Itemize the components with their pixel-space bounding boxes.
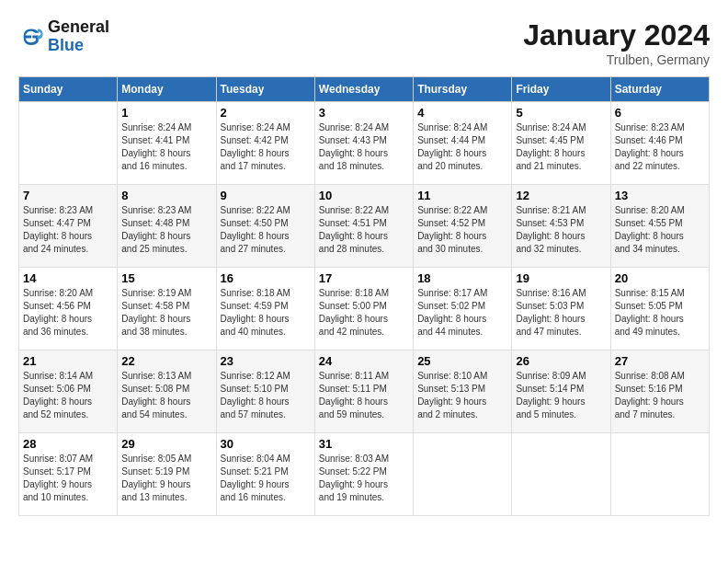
calendar-cell: 27Sunrise: 8:08 AMSunset: 5:16 PMDayligh… xyxy=(610,350,709,433)
calendar-cell: 20Sunrise: 8:15 AMSunset: 5:05 PMDayligh… xyxy=(610,268,709,350)
day-info: Sunrise: 8:13 AMSunset: 5:08 PMDaylight:… xyxy=(121,370,211,421)
day-number: 9 xyxy=(221,189,311,202)
day-number: 4 xyxy=(417,106,507,120)
calendar-cell: 19Sunrise: 8:16 AMSunset: 5:03 PMDayligh… xyxy=(512,268,610,350)
calendar-cell: 2Sunrise: 8:24 AMSunset: 4:42 PMDaylight… xyxy=(216,102,314,185)
day-info: Sunrise: 8:05 AMSunset: 5:19 PMDaylight:… xyxy=(121,453,211,504)
header-friday: Friday xyxy=(512,77,610,102)
calendar-cell: 25Sunrise: 8:10 AMSunset: 5:13 PMDayligh… xyxy=(414,350,512,433)
day-number: 25 xyxy=(417,354,507,368)
day-number: 1 xyxy=(121,106,211,120)
day-number: 10 xyxy=(319,189,409,202)
calendar-cell: 18Sunrise: 8:17 AMSunset: 5:02 PMDayligh… xyxy=(414,268,512,350)
day-info: Sunrise: 8:18 AMSunset: 5:00 PMDaylight:… xyxy=(319,287,409,339)
day-info: Sunrise: 8:22 AMSunset: 4:52 PMDaylight:… xyxy=(417,204,507,256)
calendar-week-row: 1Sunrise: 8:24 AMSunset: 4:41 PMDaylight… xyxy=(19,102,710,185)
title-block: January 2024 Trulben, Germany xyxy=(523,18,710,67)
calendar-cell: 5Sunrise: 8:24 AMSunset: 4:45 PMDaylight… xyxy=(512,102,610,185)
calendar-cell xyxy=(610,433,709,516)
day-number: 30 xyxy=(221,437,311,451)
calendar-cell: 1Sunrise: 8:24 AMSunset: 4:41 PMDaylight… xyxy=(118,102,216,185)
calendar-cell: 3Sunrise: 8:24 AMSunset: 4:43 PMDaylight… xyxy=(314,102,413,185)
calendar-cell: 26Sunrise: 8:09 AMSunset: 5:14 PMDayligh… xyxy=(512,350,610,433)
calendar-cell xyxy=(414,433,512,516)
day-number: 5 xyxy=(516,106,606,120)
day-number: 29 xyxy=(121,437,211,451)
calendar-cell: 21Sunrise: 8:14 AMSunset: 5:06 PMDayligh… xyxy=(19,350,118,433)
logo: General Blue xyxy=(18,18,109,55)
calendar-title: January 2024 xyxy=(523,18,710,52)
day-number: 15 xyxy=(121,271,211,285)
day-number: 2 xyxy=(221,106,311,120)
day-number: 13 xyxy=(615,189,705,202)
day-info: Sunrise: 8:24 AMSunset: 4:45 PMDaylight:… xyxy=(516,121,606,173)
day-number: 23 xyxy=(221,354,311,368)
calendar-cell: 8Sunrise: 8:23 AMSunset: 4:48 PMDaylight… xyxy=(118,185,216,268)
day-info: Sunrise: 8:20 AMSunset: 4:55 PMDaylight:… xyxy=(615,204,705,256)
page-header: General Blue January 2024 Trulben, Germa… xyxy=(18,18,710,67)
day-info: Sunrise: 8:23 AMSunset: 4:48 PMDaylight:… xyxy=(121,204,211,256)
day-info: Sunrise: 8:12 AMSunset: 5:10 PMDaylight:… xyxy=(221,370,311,421)
header-saturday: Saturday xyxy=(610,77,709,102)
calendar-cell: 10Sunrise: 8:22 AMSunset: 4:51 PMDayligh… xyxy=(314,185,413,268)
calendar-week-row: 7Sunrise: 8:23 AMSunset: 4:47 PMDaylight… xyxy=(19,185,710,268)
calendar-cell: 7Sunrise: 8:23 AMSunset: 4:47 PMDaylight… xyxy=(19,185,118,268)
header-tuesday: Tuesday xyxy=(216,77,314,102)
day-info: Sunrise: 8:10 AMSunset: 5:13 PMDaylight:… xyxy=(417,370,507,421)
day-info: Sunrise: 8:23 AMSunset: 4:47 PMDaylight:… xyxy=(23,204,113,256)
calendar-week-row: 21Sunrise: 8:14 AMSunset: 5:06 PMDayligh… xyxy=(19,350,710,433)
day-info: Sunrise: 8:08 AMSunset: 5:16 PMDaylight:… xyxy=(615,370,705,421)
day-info: Sunrise: 8:19 AMSunset: 4:58 PMDaylight:… xyxy=(121,287,211,339)
header-wednesday: Wednesday xyxy=(314,77,413,102)
day-number: 3 xyxy=(319,106,409,120)
calendar-table: SundayMondayTuesdayWednesdayThursdayFrid… xyxy=(18,76,710,516)
day-info: Sunrise: 8:04 AMSunset: 5:21 PMDaylight:… xyxy=(221,453,311,504)
day-info: Sunrise: 8:22 AMSunset: 4:50 PMDaylight:… xyxy=(221,204,311,256)
calendar-cell: 9Sunrise: 8:22 AMSunset: 4:50 PMDaylight… xyxy=(216,185,314,268)
calendar-cell xyxy=(512,433,610,516)
day-number: 7 xyxy=(23,189,113,202)
day-number: 12 xyxy=(516,189,606,202)
calendar-subtitle: Trulben, Germany xyxy=(523,52,710,67)
logo-line1: General xyxy=(48,18,109,37)
calendar-cell: 28Sunrise: 8:07 AMSunset: 5:17 PMDayligh… xyxy=(19,433,118,516)
day-info: Sunrise: 8:22 AMSunset: 4:51 PMDaylight:… xyxy=(319,204,409,256)
day-info: Sunrise: 8:23 AMSunset: 4:46 PMDaylight:… xyxy=(615,121,705,173)
day-number: 31 xyxy=(319,437,409,451)
header-sunday: Sunday xyxy=(19,77,118,102)
calendar-cell: 15Sunrise: 8:19 AMSunset: 4:58 PMDayligh… xyxy=(118,268,216,350)
day-number: 28 xyxy=(23,437,113,451)
day-info: Sunrise: 8:24 AMSunset: 4:42 PMDaylight:… xyxy=(221,121,311,173)
day-info: Sunrise: 8:17 AMSunset: 5:02 PMDaylight:… xyxy=(417,287,507,339)
calendar-cell: 30Sunrise: 8:04 AMSunset: 5:21 PMDayligh… xyxy=(216,433,314,516)
day-number: 19 xyxy=(516,271,606,285)
calendar-cell: 4Sunrise: 8:24 AMSunset: 4:44 PMDaylight… xyxy=(414,102,512,185)
calendar-cell: 13Sunrise: 8:20 AMSunset: 4:55 PMDayligh… xyxy=(610,185,709,268)
calendar-cell: 31Sunrise: 8:03 AMSunset: 5:22 PMDayligh… xyxy=(314,433,413,516)
day-number: 24 xyxy=(319,354,409,368)
logo-icon xyxy=(18,24,44,50)
calendar-cell: 16Sunrise: 8:18 AMSunset: 4:59 PMDayligh… xyxy=(216,268,314,350)
day-info: Sunrise: 8:11 AMSunset: 5:11 PMDaylight:… xyxy=(319,370,409,421)
day-number: 17 xyxy=(319,271,409,285)
logo-text: General Blue xyxy=(48,18,109,55)
day-number: 14 xyxy=(23,271,113,285)
logo-line2: Blue xyxy=(48,37,109,55)
header-monday: Monday xyxy=(118,77,216,102)
day-number: 26 xyxy=(516,354,606,368)
header-thursday: Thursday xyxy=(414,77,512,102)
day-info: Sunrise: 8:07 AMSunset: 5:17 PMDaylight:… xyxy=(23,453,113,504)
day-info: Sunrise: 8:14 AMSunset: 5:06 PMDaylight:… xyxy=(23,370,113,421)
day-info: Sunrise: 8:16 AMSunset: 5:03 PMDaylight:… xyxy=(516,287,606,339)
calendar-cell: 17Sunrise: 8:18 AMSunset: 5:00 PMDayligh… xyxy=(314,268,413,350)
day-number: 27 xyxy=(615,354,705,368)
day-info: Sunrise: 8:18 AMSunset: 4:59 PMDaylight:… xyxy=(221,287,311,339)
day-number: 22 xyxy=(121,354,211,368)
day-number: 18 xyxy=(417,271,507,285)
day-info: Sunrise: 8:15 AMSunset: 5:05 PMDaylight:… xyxy=(615,287,705,339)
day-number: 11 xyxy=(417,189,507,202)
calendar-cell: 11Sunrise: 8:22 AMSunset: 4:52 PMDayligh… xyxy=(414,185,512,268)
day-number: 16 xyxy=(221,271,311,285)
calendar-cell xyxy=(19,102,118,185)
calendar-cell: 29Sunrise: 8:05 AMSunset: 5:19 PMDayligh… xyxy=(118,433,216,516)
